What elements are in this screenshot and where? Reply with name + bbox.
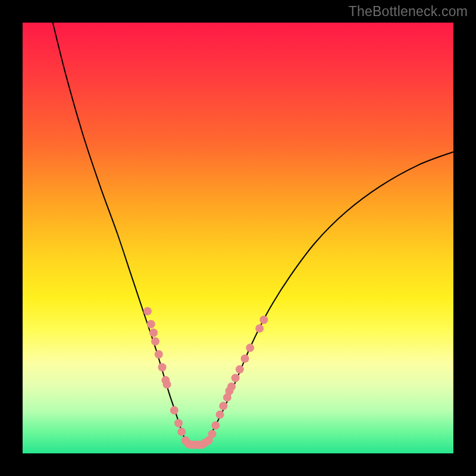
data-point: [174, 419, 183, 427]
data-markers: [143, 307, 268, 449]
data-point: [147, 320, 155, 328]
data-point: [259, 316, 268, 324]
data-point: [155, 350, 163, 358]
data-point: [219, 402, 227, 410]
data-point: [143, 307, 152, 315]
data-point: [246, 344, 254, 352]
data-point: [231, 374, 240, 382]
data-point: [211, 421, 220, 430]
data-point: [216, 411, 224, 419]
data-point: [227, 383, 236, 391]
watermark-text: TheBottleneck.com: [349, 4, 468, 20]
data-point: [149, 328, 158, 337]
data-point: [241, 355, 249, 363]
chart-frame: TheBottleneck.com: [0, 0, 476, 476]
data-point: [158, 363, 167, 371]
data-point: [255, 324, 264, 333]
data-point: [151, 337, 159, 346]
data-point: [236, 365, 244, 374]
plot-area: [23, 23, 453, 453]
data-point: [163, 380, 171, 389]
data-point: [177, 428, 186, 436]
data-point: [170, 406, 178, 415]
bottleneck-curve: [53, 23, 453, 445]
chart-svg: [23, 23, 453, 453]
data-point: [208, 430, 217, 438]
